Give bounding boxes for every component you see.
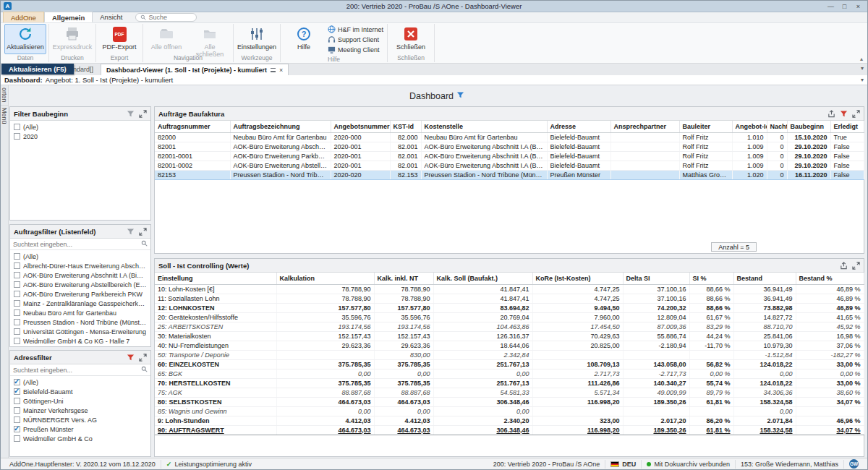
table-row[interactable]: 82001AOK-Büro Erweiterung Abschnitt I.A … xyxy=(155,142,864,151)
aktualisieren-button[interactable]: Aktualisieren xyxy=(4,24,46,54)
table-row-selected[interactable]: 82153Preussen Stadion - Nord Tribüne (Mü… xyxy=(155,170,864,179)
filter-list-item[interactable]: Albrecht-Dürer-Haus Erweiterung Abschnit… xyxy=(10,261,150,270)
dock-tab-menu[interactable]: Menü xyxy=(1,106,8,127)
dashboard-selector-bar[interactable]: Dashboard: Angebot: 1. Soll - Ist (Proje… xyxy=(1,75,867,85)
filter-list-item[interactable]: (Alle) xyxy=(10,122,150,132)
checkbox[interactable] xyxy=(14,309,20,316)
checkbox-checked[interactable] xyxy=(14,388,20,395)
table-row[interactable]: 20: Gerätekosten/Hilfsstoffe35.596,7635.… xyxy=(155,312,864,322)
filter-list-item[interactable]: Neubau Büro Amt für Gartenbau xyxy=(10,308,150,317)
tab-allgemein[interactable]: Allgemein xyxy=(44,12,93,22)
expand-icon[interactable] xyxy=(851,261,860,270)
filter-list-item[interactable]: AOK-Büro Erweiterung Abschnitt I.A (Biel… xyxy=(10,270,150,280)
table-row[interactable]: 65: BGK0,000,000,002.717,73-2.717,730,00… xyxy=(155,369,864,378)
funnel-icon[interactable] xyxy=(126,227,135,236)
filter-funnel-icon[interactable] xyxy=(456,91,464,101)
tab-ansicht[interactable]: Ansicht xyxy=(93,12,129,22)
language-indicator[interactable]: DEU xyxy=(605,460,642,469)
filter-list-item[interactable]: Mainz - Zentralkläranlage Gasspeicherkap… xyxy=(10,299,150,308)
checkbox[interactable] xyxy=(14,319,20,325)
dock-icon[interactable] xyxy=(271,68,276,72)
column-header-kst-id[interactable]: KST-Id xyxy=(390,121,421,132)
filter-list-item[interactable]: Göttingen-Uni xyxy=(10,396,150,406)
expand-icon[interactable] xyxy=(138,109,147,118)
filter-list-item[interactable]: Preussen Stadion - Nord Tribüne (Münster… xyxy=(10,317,150,327)
table-row[interactable]: 9: Lohn-Stunden4.412,034.412,032.340,203… xyxy=(155,416,864,425)
ribbon-search-input[interactable] xyxy=(148,14,192,21)
schliessen-button[interactable]: Schließen xyxy=(390,24,432,54)
column-header-auftragsnummer[interactable]: Auftragsnummer xyxy=(155,121,230,132)
table-row[interactable]: 85: Wagnis und Gewinn0,000,000,000,00 xyxy=(155,406,864,416)
column-header-baubeginn[interactable]: Baubeginn xyxy=(787,121,830,132)
app-icon[interactable]: A xyxy=(4,2,12,10)
expand-icon[interactable] xyxy=(138,227,147,236)
table-row[interactable]: 30: Materialkosten152.157,43152.157,4312… xyxy=(155,331,864,341)
column-header-kalk-inkl-nt[interactable]: Kalk. inkl. NT xyxy=(374,273,433,284)
filter-list-item[interactable]: Weidmüller GmbH & Co xyxy=(10,434,150,443)
column-header-angebotsnummer[interactable]: Angebotsnummer xyxy=(331,121,390,132)
filter-list-item[interactable]: Universität Göttingen - Mensa-Erweiterun… xyxy=(10,327,150,336)
column-header-kalk-soll-baufakt-[interactable]: Kalk. Soll (Baufakt.) xyxy=(433,273,532,284)
einstellungen-button[interactable]: Einstellungen xyxy=(236,24,278,54)
filter-list-item[interactable]: Mainzer Verkehrsgese xyxy=(10,406,150,415)
table-row[interactable]: 10: Lohn-Kosten [€]78.788,9078.788,9041.… xyxy=(155,284,864,294)
auftragsfilter-search-input[interactable] xyxy=(13,241,141,248)
alle-schliessen-button[interactable]: Alle schließen xyxy=(189,24,231,54)
export-icon[interactable] xyxy=(827,109,835,118)
filter-list-item[interactable]: (Alle) xyxy=(10,377,150,387)
checkbox[interactable] xyxy=(14,407,20,414)
maximize-button[interactable]: □ xyxy=(838,3,851,10)
column-header-bestand[interactable]: Bestand xyxy=(733,273,796,284)
column-header-bauleiter[interactable]: Bauleiter xyxy=(679,121,732,132)
checkbox-checked[interactable] xyxy=(14,379,20,385)
column-header-angebot-id[interactable]: Angebot-Id xyxy=(732,121,767,132)
funnel-active-icon[interactable] xyxy=(126,353,135,362)
dashboard-chevron-icon[interactable]: ▾ xyxy=(861,77,864,83)
checkbox[interactable] xyxy=(14,300,20,307)
column-header-kore-ist-kosten-[interactable]: KoRe (Ist-Kosten) xyxy=(532,273,623,284)
column-header-auftragsbezeichnung[interactable]: Auftragsbezeichnung xyxy=(230,121,331,132)
table-row[interactable]: 12: LOHNKOSTEN157.577,80157.577,8083.694… xyxy=(155,303,864,312)
column-header-delta-si[interactable]: Delta SI xyxy=(623,273,689,284)
checkbox[interactable] xyxy=(14,272,20,278)
funnel-icon[interactable] xyxy=(126,109,135,118)
checkbox-checked[interactable] xyxy=(14,426,20,432)
checkbox[interactable] xyxy=(14,398,20,404)
filter-list-item[interactable]: Weidmüller GmbH & Co KG - Halle 7 xyxy=(10,336,150,346)
filter-list-item[interactable]: Bielefeld-Bauamt xyxy=(10,387,150,396)
background-tab[interactable]: ndard[] xyxy=(73,64,93,74)
column-header-erledigt[interactable]: Erledigt xyxy=(830,121,864,132)
column-header-kalkulation[interactable]: Kalkulation xyxy=(276,273,374,284)
tab-list-chevron-icon[interactable]: ▾ xyxy=(861,65,864,72)
dock-tab-favoriten[interactable]: orten xyxy=(1,85,8,106)
checkbox[interactable] xyxy=(14,281,20,288)
pdf-export-button[interactable]: PDF PDF-Export xyxy=(98,24,140,54)
column-header-ansprechpartner[interactable]: Ansprechpartner xyxy=(610,121,679,132)
filter-list-item[interactable]: NÜRNBERGER Vers. AG xyxy=(10,415,150,424)
hf-im-internet-button[interactable]: H&F im Internet xyxy=(328,25,383,34)
ribbon-search[interactable] xyxy=(135,13,197,22)
support-client-button[interactable]: Support Client xyxy=(328,35,383,44)
avatar[interactable]: GW xyxy=(849,459,859,469)
column-header-bestand-[interactable]: Bestand % xyxy=(796,273,864,284)
column-header-kostenstelle[interactable]: Kostenstelle xyxy=(421,121,547,132)
close-button[interactable]: × xyxy=(852,3,864,10)
funnel-active-icon[interactable] xyxy=(839,109,848,118)
checkbox[interactable] xyxy=(14,328,20,335)
checkbox[interactable] xyxy=(14,124,20,130)
table-row[interactable]: 60: EINZELKOSTEN375.785,35375.785,35251.… xyxy=(155,359,864,369)
checkbox[interactable] xyxy=(14,262,20,269)
filter-list-item[interactable]: 2020 xyxy=(10,132,150,141)
table-row[interactable]: 82001-0002AOK-Büro Erweiterung Abstellbe… xyxy=(155,161,864,170)
minimize-button[interactable]: — xyxy=(825,3,837,10)
table-row[interactable]: 82001-0001AOK-Büro Erweiterung Parkberei… xyxy=(155,151,864,161)
table-row[interactable]: 50: Transporte / Deponie830,002.342,84-1… xyxy=(155,350,864,359)
checkbox[interactable] xyxy=(14,133,20,140)
column-header-nachtr-[interactable]: Nachtr... xyxy=(767,121,787,132)
table-row[interactable]: 75: AGK88.887,6888.887,6854.581,335.571,… xyxy=(155,388,864,397)
table-row[interactable]: 90: AUFTRAGSWERT464.673,03464.673,03306.… xyxy=(155,425,864,435)
meeting-client-button[interactable]: Meeting Client xyxy=(328,46,383,54)
table-row[interactable]: 11: Soziallasten Lohn78.788,9078.788,904… xyxy=(155,294,864,303)
ribbon-collapse-icon[interactable]: ▴ xyxy=(860,56,863,62)
table-row[interactable]: 25: ARBEITSKOSTEN193.174,56193.174,56104… xyxy=(155,322,864,331)
